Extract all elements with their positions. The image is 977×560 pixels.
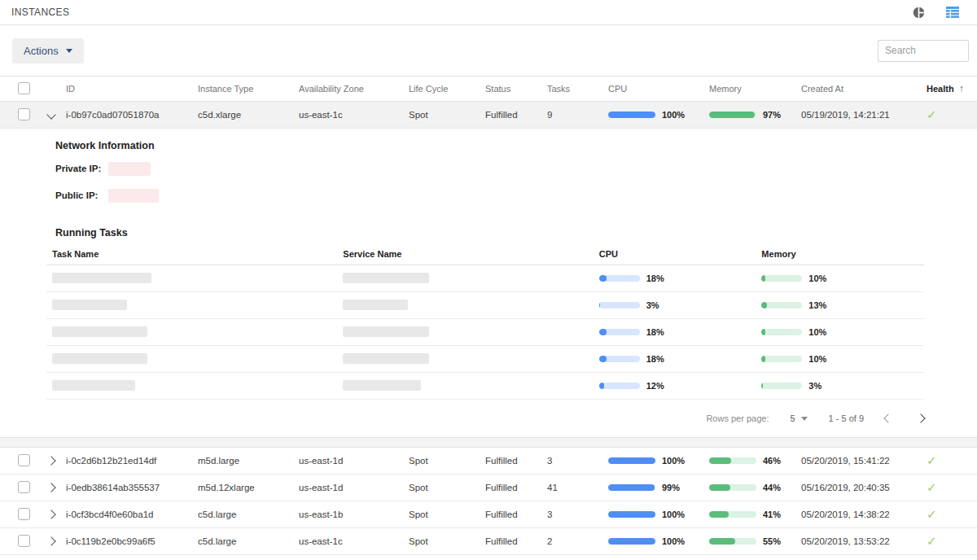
cell-health: ✓: [915, 453, 977, 468]
usage-percent-label: 3%: [808, 381, 821, 391]
column-header-status[interactable]: Status: [485, 84, 547, 94]
instance-row: i-0c2d6b12b21ed14dfm5d.largeus-east-1dSp…: [0, 448, 977, 475]
public-ip-redacted-value: [108, 189, 159, 203]
actions-button-label: Actions: [24, 45, 59, 57]
rows-per-page-select[interactable]: 5: [790, 413, 807, 423]
service-name-redacted: [343, 353, 429, 364]
expander-cell: [45, 456, 66, 466]
cpu-usage-bar: [599, 383, 640, 389]
column-header-instance-type[interactable]: Instance Type: [198, 84, 299, 94]
memory-usage: 97%: [709, 110, 801, 120]
column-header-life-cycle[interactable]: Life Cycle: [409, 84, 485, 94]
cell-instance-type: c5d.xlarge: [198, 110, 299, 120]
usage-percent-label: 100%: [662, 536, 685, 546]
running-tasks-header-row: Task Name Service Name CPU Memory: [46, 243, 924, 265]
cell-cpu: 100%: [608, 110, 709, 120]
cpu-usage: 100%: [608, 536, 709, 546]
row-checkbox[interactable]: [18, 108, 30, 120]
cpu-usage-bar: [608, 484, 655, 491]
instance-row: i-0c119b2e0bc99a6f5c5d.largeus-east-1cSp…: [0, 528, 977, 555]
public-ip-label: Public IP:: [55, 190, 108, 200]
private-ip-label: Private IP:: [55, 164, 108, 173]
cell-tasks: 3: [547, 510, 608, 519]
usage-percent-label: 10%: [808, 354, 826, 364]
column-header-created-at[interactable]: Created At: [801, 84, 915, 94]
health-check-icon: ✓: [927, 507, 937, 521]
cpu-usage: 18%: [599, 327, 762, 337]
usage-percent-label: 3%: [646, 300, 659, 310]
cpu-usage-bar: [599, 302, 640, 308]
cell-life-cycle: Spot: [409, 110, 485, 120]
expander-cell: [45, 536, 66, 546]
usage-percent-label: 44%: [763, 483, 781, 492]
usage-percent-label: 100%: [662, 110, 685, 120]
search-input[interactable]: [878, 40, 969, 62]
service-name-cell: [343, 380, 598, 392]
expander-cell: [45, 510, 66, 519]
actions-button[interactable]: Actions: [12, 38, 84, 63]
next-page-button[interactable]: [916, 413, 925, 422]
memory-usage-bar: [709, 511, 756, 518]
instance-row: i-0edb38614ab355537m5d.12xlargeus-east-1…: [0, 475, 977, 501]
private-ip-redacted-value: [108, 162, 151, 176]
public-ip-row: Public IP:: [55, 188, 977, 203]
expander-cell: [45, 483, 66, 492]
cell-health: ✓: [915, 480, 977, 495]
expander-cell: [45, 110, 66, 120]
select-all-checkbox[interactable]: [18, 82, 30, 94]
cpu-usage-bar: [608, 538, 655, 545]
service-name-cell: [343, 353, 598, 365]
column-header-memory[interactable]: Memory: [709, 84, 801, 94]
cpu-usage: 99%: [608, 483, 709, 492]
cpu-usage-bar: [599, 356, 640, 362]
cell-availability-zone: us-east-1c: [299, 110, 409, 120]
health-check-icon: ✓: [927, 107, 937, 121]
usage-percent-label: 10%: [808, 327, 826, 337]
column-header-availability-zone[interactable]: Availability Zone: [299, 84, 409, 94]
title-bar: INSTANCES: [0, 0, 977, 25]
usage-percent-label: 13%: [808, 300, 826, 310]
cell-tasks: 9: [547, 110, 608, 120]
collapse-row-button[interactable]: [46, 110, 55, 119]
expand-row-button[interactable]: [46, 510, 55, 518]
expand-row-button[interactable]: [46, 536, 55, 545]
service-name-cell: [343, 300, 598, 312]
cpu-usage-bar: [599, 329, 640, 335]
cell-tasks: 41: [547, 483, 608, 492]
row-checkbox[interactable]: [18, 454, 30, 466]
memory-usage: 3%: [761, 381, 924, 391]
table-view-icon[interactable]: [946, 7, 959, 18]
column-header-health[interactable]: Health ↑: [915, 83, 977, 94]
task-cpu-cell: 3%: [599, 300, 762, 310]
cell-id: i-0cf3bcd4f0e60ba1d: [66, 510, 198, 519]
task-name-cell: [46, 273, 343, 285]
cell-cpu: 100%: [608, 536, 709, 546]
task-row: 18%10%: [46, 319, 924, 346]
memory-usage: 10%: [761, 273, 924, 283]
row-checkbox[interactable]: [18, 508, 30, 520]
cell-availability-zone: us-east-1b: [299, 510, 409, 519]
row-checkbox[interactable]: [18, 535, 30, 547]
cell-instance-type: c5d.large: [198, 510, 299, 519]
column-header-id[interactable]: ID: [66, 84, 198, 94]
expand-row-button[interactable]: [46, 456, 55, 465]
cpu-usage: 18%: [599, 273, 762, 283]
cell-health: ✓: [915, 107, 977, 122]
column-header-tasks[interactable]: Tasks: [547, 84, 608, 94]
cell-id: i-0c119b2e0bc99a6f5: [66, 536, 198, 546]
cell-life-cycle: Spot: [409, 483, 485, 492]
cell-life-cycle: Spot: [409, 536, 485, 546]
task-name-cell: [46, 300, 343, 312]
task-name-redacted: [52, 326, 147, 337]
instance-row: i-0cf3bcd4f0e60ba1dc5d.largeus-east-1bSp…: [0, 501, 977, 528]
row-checkbox[interactable]: [18, 481, 30, 493]
cell-created-at: 05/16/2019, 20:40:35: [801, 483, 915, 492]
expand-row-button[interactable]: [46, 483, 55, 492]
pie-chart-view-icon[interactable]: [913, 7, 925, 19]
cell-life-cycle: Spot: [409, 510, 485, 519]
previous-page-button[interactable]: [883, 413, 892, 422]
column-header-cpu[interactable]: CPU: [608, 84, 709, 94]
cell-cpu: 100%: [608, 510, 709, 519]
task-row: 18%10%: [46, 265, 924, 292]
usage-percent-label: 10%: [808, 273, 826, 283]
